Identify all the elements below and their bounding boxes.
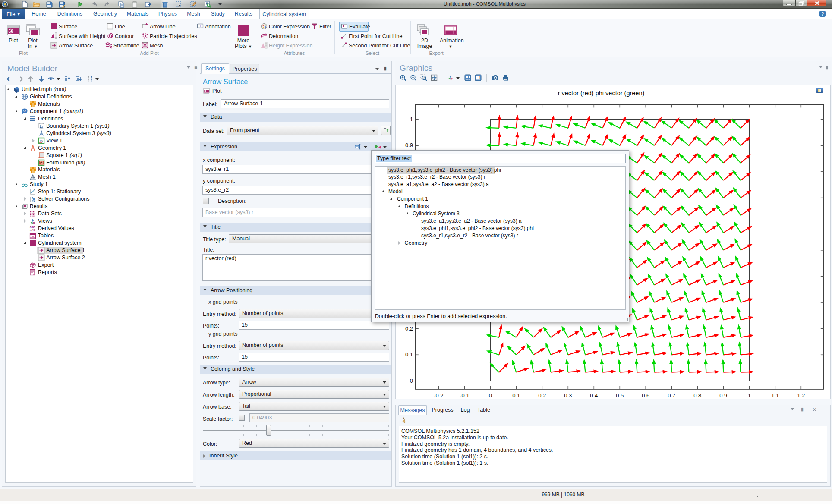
svg-text:8.85: 8.85 (30, 226, 35, 229)
svg-text:xy: xy (40, 139, 43, 143)
svg-text:T: T (199, 24, 202, 28)
svg-text:e-12: e-12 (30, 229, 35, 232)
svg-text:Ω: Ω (23, 109, 26, 113)
svg-text:123: 123 (32, 265, 34, 266)
